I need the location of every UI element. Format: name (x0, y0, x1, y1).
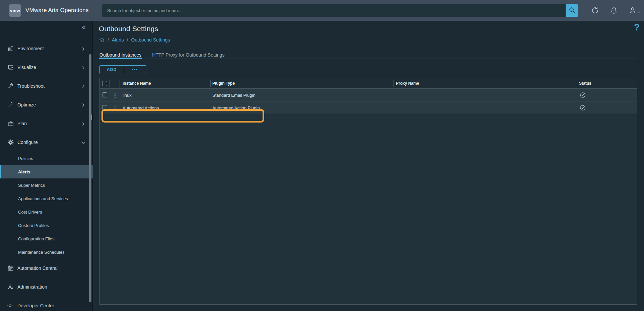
vmware-logo: vmw (9, 4, 21, 17)
refresh-icon[interactable] (591, 6, 599, 15)
sidebar-item-label: Policies (18, 156, 33, 161)
vmware-logo-text: vmw (10, 8, 20, 13)
sidebar-item-label: Configuration Files (18, 236, 54, 241)
troubleshoot-icon (7, 83, 17, 89)
main-content: Outbound Settings ? / Alerts / Outbound … (93, 21, 644, 311)
sidebar-item-label: Environment (17, 46, 44, 51)
automation-icon (7, 265, 17, 271)
row-checkbox[interactable] (102, 105, 107, 110)
chevron-right-icon (81, 84, 85, 88)
sidebar-item-label: Automation Central (17, 265, 58, 271)
sidebar-item-applications-and-services[interactable]: Applications and Services (0, 192, 93, 205)
sidebar-item-configure[interactable]: Configure (0, 133, 93, 152)
chevron-right-icon (81, 103, 85, 107)
sidebar-item-alerts[interactable]: Alerts (0, 165, 93, 178)
column-header-instance-name[interactable]: Instance Name (123, 78, 151, 89)
sidebar: « EnvironmentVisualizeTroubleshootOptimi… (0, 21, 93, 311)
sidebar-item-plan[interactable]: Plan (0, 114, 93, 133)
sidebar-item-policies[interactable]: Policies (0, 152, 93, 165)
cell-instance-name: Automated Actions (123, 101, 159, 114)
sidebar-item-label: Custom Profiles (18, 223, 49, 228)
global-search (102, 4, 578, 17)
page-title: Outbound Settings (99, 25, 158, 33)
sidebar-item-environment[interactable]: Environment (0, 39, 93, 58)
sidebar-scrollbar[interactable] (89, 54, 91, 302)
sidebar-item-visualize[interactable]: Visualize (0, 58, 93, 77)
table-row[interactable]: Automated ActionsAutomated Action Plugin (100, 101, 637, 114)
cell-plugin-type: Standard Email Plugin (212, 89, 256, 101)
select-all-checkbox[interactable] (102, 81, 107, 86)
table-row[interactable]: linuxStandard Email Plugin (100, 89, 637, 101)
chevron-down-icon (81, 140, 85, 144)
sidebar-item-label: Visualize (17, 65, 36, 70)
plan-icon (7, 120, 17, 127)
sidebar-item-label: Optimize (17, 102, 36, 107)
sidebar-item-label: Super Metrics (18, 183, 45, 188)
sidebar-item-label: Maintenance Schedules (18, 250, 65, 255)
notifications-bell-icon[interactable] (610, 6, 618, 15)
row-actions-kebab-icon[interactable] (114, 92, 116, 98)
sidebar-item-administration[interactable]: Administration (0, 278, 93, 296)
sidebar-item-super-metrics[interactable]: Super Metrics (0, 178, 93, 192)
environment-icon (7, 45, 17, 52)
administration-icon (7, 284, 17, 290)
sidebar-item-automation-central[interactable]: Automation Central (0, 259, 93, 278)
tab-bar: Outbound Instances HTTP Proxy for Outbou… (99, 51, 637, 59)
sidebar-item-cost-drivers[interactable]: Cost Drivers (0, 205, 93, 219)
help-icon[interactable]: ? (634, 22, 640, 33)
sidebar-item-label: Plan (17, 121, 27, 126)
sidebar-item-configuration-files[interactable]: Configuration Files (0, 232, 93, 245)
sidebar-nav: EnvironmentVisualizeTroubleshootOptimize… (0, 33, 93, 311)
user-menu-icon[interactable] (629, 6, 637, 15)
app-header-bar: vmw VMware Aria Operations (0, 0, 644, 21)
tab-http-proxy[interactable]: HTTP Proxy for Outbound Settings (151, 51, 225, 59)
table-body: linuxStandard Email PluginAutomated Acti… (100, 89, 637, 114)
breadcrumb-separator: / (127, 37, 128, 43)
sidebar-item-label: Administration (17, 284, 47, 290)
sidebar-item-optimize[interactable]: Optimize (0, 95, 93, 114)
sidebar-item-label: Applications and Services (18, 196, 68, 201)
row-checkbox[interactable] (102, 92, 107, 97)
cell-instance-name: linux (123, 89, 132, 101)
table-header-row: Instance Name Plugin Type Proxy Name Sta… (100, 78, 637, 89)
sidebar-item-label: Alerts (18, 169, 30, 174)
breadcrumb-separator: / (108, 37, 109, 43)
search-button[interactable] (566, 4, 578, 17)
home-icon[interactable] (99, 37, 104, 43)
column-header-proxy-name[interactable]: Proxy Name (396, 78, 419, 89)
search-input[interactable] (102, 4, 566, 17)
sidebar-item-maintenance-schedules[interactable]: Maintenance Schedules (0, 245, 93, 259)
sidebar-item-developer-center[interactable]: </>Developer Center (0, 296, 93, 311)
add-button[interactable]: ADD (99, 65, 124, 74)
configure-icon (7, 139, 17, 146)
app-title: VMware Aria Operations (25, 0, 89, 21)
optimize-icon (7, 101, 17, 108)
sidebar-item-label: Configure (17, 140, 38, 145)
more-actions-button[interactable]: ••• (124, 65, 147, 74)
tab-outbound-instances[interactable]: Outbound Instances (99, 51, 142, 59)
row-actions-kebab-icon[interactable] (114, 105, 116, 111)
chevron-right-icon (81, 47, 85, 51)
search-icon (569, 7, 575, 14)
column-header-status[interactable]: Status (579, 78, 591, 89)
outbound-instances-table: Instance Name Plugin Type Proxy Name Sta… (99, 78, 637, 305)
chevron-right-icon (81, 122, 85, 126)
sidebar-item-label: Cost Drivers (18, 210, 42, 215)
chevron-right-icon (81, 65, 85, 69)
status-ok-icon (580, 101, 586, 114)
column-header-plugin-type[interactable]: Plugin Type (212, 78, 235, 89)
visualize-icon (7, 64, 17, 71)
toolbar: ADD ••• (99, 65, 146, 74)
breadcrumb: / Alerts / Outbound Settings (99, 36, 170, 44)
sidebar-item-label: Troubleshoot (17, 83, 45, 89)
breadcrumb-link-outbound-settings[interactable]: Outbound Settings (131, 37, 170, 43)
status-ok-icon (580, 89, 586, 101)
cell-plugin-type: Automated Action Plugin (212, 101, 260, 114)
developer-icon: </> (7, 303, 17, 308)
sidebar-collapse-icon[interactable]: « (82, 21, 86, 32)
sidebar-item-custom-profiles[interactable]: Custom Profiles (0, 219, 93, 232)
sidebar-item-troubleshoot[interactable]: Troubleshoot (0, 77, 93, 95)
user-menu-caret-icon[interactable] (637, 9, 641, 12)
sidebar-item-label: Developer Center (17, 303, 54, 308)
breadcrumb-link-alerts[interactable]: Alerts (112, 37, 124, 43)
